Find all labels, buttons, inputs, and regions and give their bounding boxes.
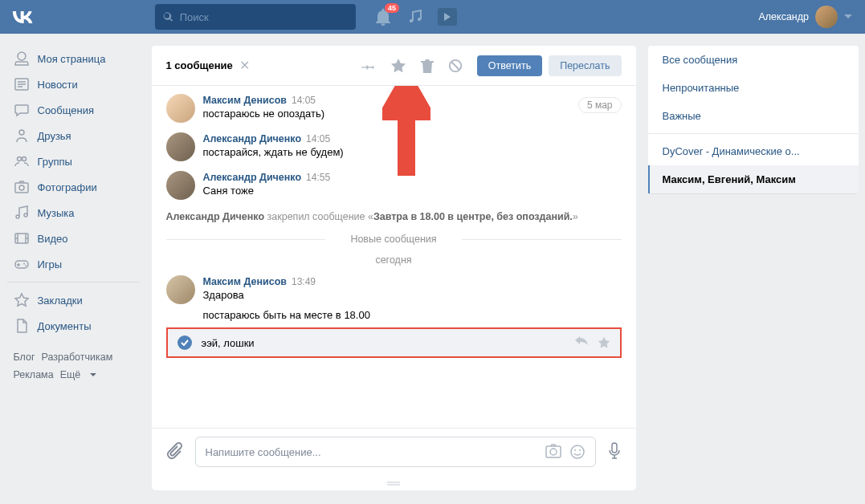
filter-unread[interactable]: Непрочитанные: [648, 74, 859, 102]
msg-text: постараюсь быть на месте в 18.00: [203, 309, 622, 321]
search-icon: [163, 11, 173, 22]
input-bar: [152, 428, 636, 475]
vk-logo[interactable]: [6, 0, 39, 34]
filter-chat[interactable]: DyCover - Динамические о...: [648, 137, 859, 165]
nav-friends[interactable]: Друзья: [7, 123, 140, 148]
nav-news[interactable]: Новости: [7, 71, 140, 97]
msg-time: 13:49: [292, 276, 316, 287]
filter-separator: [648, 133, 859, 134]
msg-text: постарайся, ждать не будем): [203, 146, 622, 158]
emoji-icon[interactable]: [569, 444, 586, 460]
play-icon[interactable]: [436, 6, 459, 28]
msg-time: 14:05: [306, 133, 330, 144]
nav-documents[interactable]: Документы: [7, 313, 140, 339]
filters-panel: Все сообщения Непрочитанные Важные DyCov…: [648, 46, 859, 193]
message-continuation[interactable]: постараюсь быть на месте в 18.00: [166, 309, 622, 321]
msg-author[interactable]: Максим Денисов: [203, 95, 287, 106]
avatar[interactable]: [166, 132, 195, 161]
nav-my-page[interactable]: Моя страница: [7, 46, 140, 71]
close-selection[interactable]: ✕: [239, 58, 250, 73]
svg-point-9: [24, 213, 27, 217]
nav-photos[interactable]: Фотографии: [7, 174, 140, 200]
message-input[interactable]: [206, 446, 545, 458]
selected-text: ээй, лошки: [202, 337, 255, 349]
star-icon[interactable]: [390, 58, 406, 74]
notifications-icon[interactable]: 45: [372, 6, 394, 28]
pin-icon[interactable]: [361, 59, 376, 73]
svg-point-19: [574, 449, 576, 451]
message-row[interactable]: Максим Денисов13:49 Здарова: [166, 270, 622, 309]
msg-author[interactable]: Александр Диченко: [203, 133, 302, 144]
msg-author[interactable]: Александр Диченко: [203, 172, 302, 183]
spam-icon[interactable]: [448, 59, 463, 73]
msg-text: Здарова: [203, 289, 622, 301]
star-icon[interactable]: [598, 336, 610, 349]
message-row[interactable]: Александр Диченко14:55 Саня тоже: [166, 166, 622, 205]
nav-bookmarks[interactable]: Закладки: [7, 287, 140, 313]
pinned-info: Александр Диченко закрепил сообщение «За…: [166, 205, 622, 229]
svg-point-7: [19, 185, 24, 190]
attach-icon[interactable]: [166, 442, 184, 462]
avatar[interactable]: [166, 94, 195, 123]
filter-all[interactable]: Все сообщения: [648, 46, 859, 74]
msg-text: Саня тоже: [203, 185, 622, 197]
nav-music[interactable]: Музыка: [7, 200, 140, 226]
reply-button[interactable]: Ответить: [477, 55, 542, 76]
user-avatar: [815, 6, 838, 28]
mic-icon[interactable]: [607, 442, 622, 462]
msg-text: постараюсь не опоздать): [203, 108, 622, 120]
date-label: сегодня: [166, 250, 622, 270]
header-icons: 45: [372, 6, 459, 28]
check-icon[interactable]: [177, 335, 192, 350]
footer-links: БлогРазработчикам РекламаЕщё: [7, 348, 140, 384]
message-row[interactable]: Александр Диченко14:05 постарайся, ждать…: [166, 128, 622, 166]
svg-point-0: [410, 19, 413, 22]
footer-more[interactable]: Ещё: [60, 369, 96, 380]
chevron-down-icon: [844, 14, 852, 19]
nav-messages[interactable]: Сообщения: [7, 97, 140, 123]
user-name: Александр: [758, 11, 809, 22]
header: 45 Александр: [0, 0, 865, 34]
nav-separator: [7, 282, 140, 282]
user-area[interactable]: Александр: [752, 6, 859, 28]
message-input-box[interactable]: [195, 437, 596, 467]
search-input[interactable]: [180, 11, 348, 23]
svg-point-20: [579, 449, 581, 451]
svg-point-1: [418, 18, 421, 21]
messages-panel: 1 сообщение ✕ Ответить Переслать 5 мар: [152, 46, 636, 490]
footer-dev[interactable]: Разработчикам: [42, 352, 113, 363]
footer-blog[interactable]: Блог: [14, 352, 35, 363]
nav-video[interactable]: Видео: [7, 226, 140, 251]
forward-button[interactable]: Переслать: [549, 55, 621, 76]
messages-body: 5 мар Максим Денисов14:05 постараюсь не …: [152, 86, 636, 428]
trash-icon[interactable]: [421, 59, 434, 73]
search-box[interactable]: [155, 4, 356, 30]
avatar[interactable]: [166, 171, 195, 200]
avatar[interactable]: [166, 275, 195, 304]
camera-icon[interactable]: [545, 444, 561, 458]
selected-message[interactable]: ээй, лошки: [166, 327, 622, 358]
svg-rect-16: [546, 446, 561, 457]
nav-groups[interactable]: Группы: [7, 148, 140, 174]
reply-icon[interactable]: [575, 336, 588, 348]
svg-point-4: [17, 157, 21, 161]
new-messages-divider: Новые сообщения: [166, 229, 622, 250]
svg-rect-6: [15, 183, 28, 193]
svg-point-5: [22, 157, 26, 161]
selected-count: 1 сообщение: [166, 59, 233, 71]
message-row[interactable]: Максим Денисов14:05 постараюсь не опозда…: [166, 89, 622, 128]
messages-toolbar: 1 сообщение ✕ Ответить Переслать: [152, 46, 636, 86]
filter-chat-active[interactable]: Максим, Евгений, Максим: [648, 165, 859, 193]
msg-time: 14:55: [306, 172, 330, 183]
notifications-badge: 45: [385, 3, 399, 13]
sidebar: Моя страница Новости Сообщения Друзья Гр…: [7, 46, 140, 490]
footer-ads[interactable]: Реклама: [14, 369, 54, 380]
msg-time: 14:05: [292, 95, 316, 106]
resize-handle[interactable]: [152, 475, 636, 490]
filter-important[interactable]: Важные: [648, 102, 859, 130]
music-icon[interactable]: [404, 6, 426, 28]
msg-author[interactable]: Максим Денисов: [203, 276, 287, 287]
svg-point-13: [25, 265, 27, 266]
svg-point-8: [16, 215, 19, 218]
nav-games[interactable]: Игры: [7, 251, 140, 277]
